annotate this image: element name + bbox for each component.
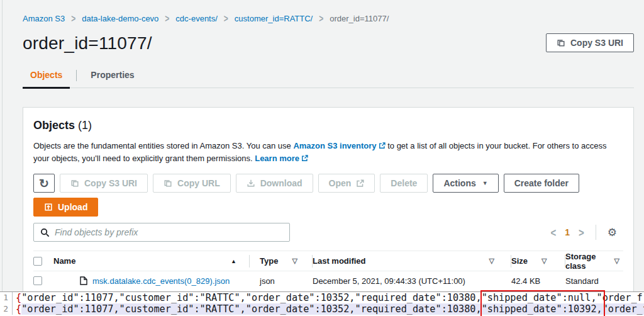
json-brace: { — [16, 303, 21, 315]
objects-toolbar: ↻ Copy S3 URI Copy URL Download Open Del… — [33, 174, 623, 193]
object-link[interactable]: msk.datalake.cdc_events(0_829).json — [92, 276, 230, 286]
table-header-row: Name ▲ Type ▽ Last modified ▽ Size ▽ Sto… — [33, 251, 623, 271]
json-preview-editor: 1 {"order_id":11077,"customer_id":"RATTC… — [0, 291, 644, 316]
breadcrumb-separator: > — [224, 13, 228, 24]
breadcrumb-current: order_id=11077/ — [330, 14, 389, 23]
upload-icon — [44, 203, 53, 212]
object-size: 42.4 KB — [511, 276, 540, 286]
learn-more-link[interactable]: Learn more — [255, 154, 308, 163]
tab-objects[interactable]: Objects — [23, 70, 70, 87]
actions-dropdown-button[interactable]: Actions ▼ — [433, 174, 498, 193]
delete-button[interactable]: Delete — [380, 174, 428, 193]
create-folder-button[interactable]: Create folder — [504, 174, 579, 193]
open-label: Open — [329, 178, 352, 188]
next-page-icon[interactable]: > — [579, 225, 584, 239]
learn-more-label: Learn more — [255, 154, 299, 163]
copy-icon — [164, 179, 172, 188]
json-text: "order_id":11077,"customer_id":"RATTC","… — [21, 303, 644, 315]
breadcrumb-separator: > — [71, 13, 75, 24]
refresh-button[interactable]: ↻ — [33, 174, 55, 193]
copy-icon — [557, 38, 565, 47]
search-icon — [40, 228, 50, 237]
column-header-size[interactable]: Size — [511, 256, 528, 266]
page-number[interactable]: 1 — [565, 227, 570, 237]
objects-description: Objects are the fundamental entities sto… — [33, 140, 623, 165]
sort-icon[interactable]: ▽ — [292, 257, 297, 265]
objects-panel-title: Objects (1) — [33, 119, 623, 132]
open-external-icon — [356, 179, 364, 188]
tab-bar: Objects Properties — [23, 70, 634, 88]
refresh-icon: ↻ — [39, 178, 49, 189]
copy-url-button[interactable]: Copy URL — [153, 174, 231, 193]
open-button[interactable]: Open — [318, 174, 375, 193]
breadcrumb-cdc-events[interactable]: cdc-events/ — [175, 14, 217, 23]
object-storage-class: Standard — [565, 276, 599, 286]
copy-icon — [70, 179, 79, 188]
download-button[interactable]: Download — [236, 174, 313, 193]
row-checkbox[interactable] — [33, 276, 42, 285]
breadcrumb-amazon-s3[interactable]: Amazon S3 — [23, 14, 65, 23]
json-brace: { — [16, 292, 21, 303]
download-icon — [247, 179, 255, 188]
upload-button[interactable]: Upload — [33, 198, 98, 217]
line-number: 1 — [0, 292, 13, 303]
create-folder-label: Create folder — [514, 178, 569, 188]
breadcrumb-bucket[interactable]: data-lake-demo-cevo — [82, 14, 158, 23]
column-header-last-modified[interactable]: Last modified — [313, 256, 366, 266]
tab-properties[interactable]: Properties — [83, 70, 142, 87]
object-last-modified: December 5, 2021, 09:44:33 (UTC+11:00) — [313, 276, 465, 286]
external-link-icon — [379, 142, 386, 149]
pagination: < 1 > ⚙ — [550, 225, 623, 240]
copy-url-label: Copy URL — [177, 178, 220, 188]
sort-icon[interactable]: ▽ — [489, 257, 494, 265]
breadcrumb-customer-id[interactable]: customer_id=RATTC/ — [235, 14, 313, 23]
gear-icon[interactable]: ⚙ — [608, 226, 617, 239]
upload-label: Upload — [58, 202, 87, 212]
line-number: 2 — [0, 303, 13, 315]
previous-page-icon[interactable]: < — [550, 225, 556, 239]
objects-table: Name ▲ Type ▽ Last modified ▽ Size ▽ Sto… — [33, 251, 623, 290]
amazon-s3-inventory-link[interactable]: Amazon S3 inventory — [293, 141, 385, 150]
pagination-divider — [596, 225, 596, 240]
window-left-border — [2, 0, 3, 316]
description-text: Objects are the fundamental entities sto… — [33, 141, 293, 150]
chevron-down-icon: ▼ — [482, 180, 488, 186]
download-label: Download — [260, 178, 303, 188]
objects-title-text: Objects — [33, 119, 75, 132]
external-link-icon — [301, 155, 308, 162]
json-text: "order_id":11077,"customer_id":"RATTC","… — [21, 292, 643, 303]
file-icon — [80, 276, 87, 285]
sort-icon[interactable]: ▽ — [614, 257, 619, 265]
sort-icon[interactable]: ▽ — [541, 257, 547, 265]
search-box — [33, 223, 290, 242]
copy-s3-uri-header-button[interactable]: Copy S3 URI — [546, 33, 634, 52]
table-row: msk.datalake.cdc_events(0_829).json json… — [33, 271, 623, 290]
search-input[interactable] — [55, 227, 283, 237]
breadcrumb-separator: > — [319, 13, 323, 24]
breadcrumb-separator: > — [165, 13, 169, 24]
delete-label: Delete — [391, 178, 417, 188]
copy-s3-uri-label: Copy S3 URI — [84, 178, 137, 188]
editor-line-1: 1 {"order_id":11077,"customer_id":"RATTC… — [0, 292, 644, 303]
objects-panel: Objects (1) Objects are the fundamental … — [23, 107, 634, 315]
column-header-name[interactable]: Name — [53, 256, 75, 266]
object-type: json — [260, 276, 275, 286]
actions-label: Actions — [443, 178, 475, 188]
copy-s3-uri-button[interactable]: Copy S3 URI — [60, 174, 148, 193]
sort-ascending-icon[interactable]: ▲ — [231, 258, 236, 264]
page-title: order_id=11077/ — [23, 33, 152, 54]
select-all-checkbox[interactable] — [33, 257, 42, 266]
inventory-link-label: Amazon S3 inventory — [293, 141, 376, 150]
column-header-type[interactable]: Type — [260, 256, 278, 266]
editor-line-2: 2 {"order_id":11077,"customer_id":"RATTC… — [0, 303, 644, 315]
column-header-storage-class[interactable]: Storage class — [565, 252, 601, 271]
tab-divider — [76, 70, 77, 81]
breadcrumb: Amazon S3 > data-lake-demo-cevo > cdc-ev… — [23, 0, 634, 23]
copy-s3-uri-label: Copy S3 URI — [570, 38, 623, 48]
objects-count: (1) — [78, 119, 92, 132]
